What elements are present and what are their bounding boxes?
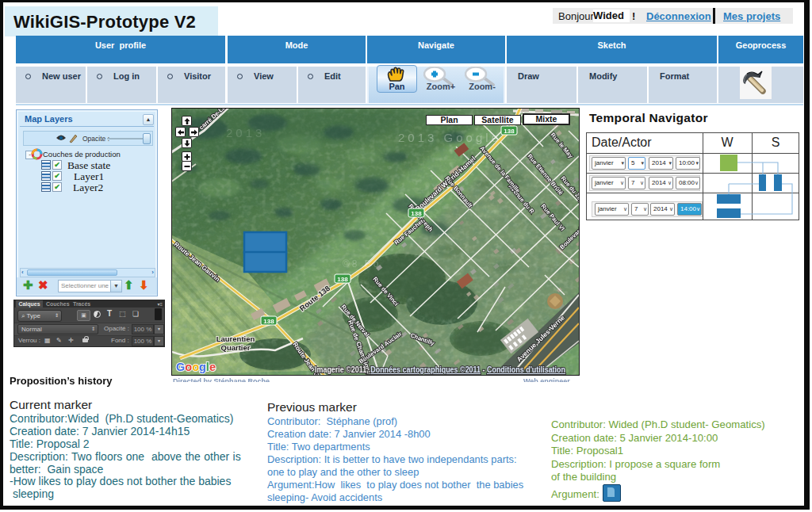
svg-text:Google: Google bbox=[176, 361, 216, 373]
svg-text:2013 Google: 2013 Google bbox=[398, 131, 501, 144]
svg-text:138: 138 bbox=[411, 210, 422, 217]
svg-text:Quartier: Quartier bbox=[221, 343, 251, 352]
svg-text:138: 138 bbox=[337, 276, 348, 283]
svg-text:2013: 2013 bbox=[226, 126, 265, 139]
svg-text:©8 Bo: ©8 Bo bbox=[343, 258, 381, 269]
svg-text:Imagerie ©2011, Données cartog: Imagerie ©2011, Données cartographiques … bbox=[315, 365, 565, 374]
svg-text:138: 138 bbox=[504, 128, 515, 135]
svg-text:Laurentien: Laurentien bbox=[216, 334, 255, 343]
svg-text:138: 138 bbox=[263, 318, 274, 325]
